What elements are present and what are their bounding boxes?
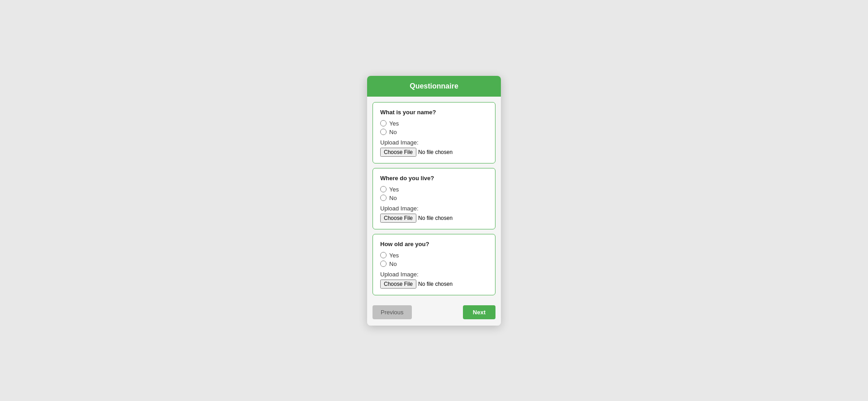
radio-group-1: Yes No [380,120,488,135]
radio-no-label-1: No [389,129,397,135]
file-input-2[interactable] [380,214,483,223]
radio-yes-2[interactable]: Yes [380,186,488,193]
question-title-2: Where do you live? [380,175,488,182]
radio-no-1[interactable]: No [380,129,488,135]
modal-footer: Previous Next [367,301,501,326]
radio-group-2: Yes No [380,186,488,201]
questionnaire-modal: Questionnaire What is your name? Yes No … [367,76,501,326]
file-input-wrapper-2 [380,214,488,223]
file-input-1[interactable] [380,148,483,157]
next-button[interactable]: Next [463,305,495,319]
radio-no-label-3: No [389,261,397,267]
radio-group-3: Yes No [380,252,488,267]
file-input-3[interactable] [380,280,483,289]
radio-input-yes-2[interactable] [380,186,387,192]
question-card-1: What is your name? Yes No Upload Image: [373,102,495,163]
file-input-wrapper-3 [380,280,488,289]
radio-input-yes-3[interactable] [380,252,387,258]
question-title-1: What is your name? [380,109,488,116]
radio-yes-label-2: Yes [389,186,399,193]
radio-yes-label-1: Yes [389,120,399,127]
question-title-3: How old are you? [380,241,488,247]
upload-label-3: Upload Image: [380,271,488,278]
radio-no-3[interactable]: No [380,261,488,267]
radio-input-yes-1[interactable] [380,120,387,126]
question-card-3: How old are you? Yes No Upload Image: [373,234,495,295]
upload-label-2: Upload Image: [380,205,488,212]
radio-yes-1[interactable]: Yes [380,120,488,127]
radio-input-no-3[interactable] [380,261,387,267]
radio-input-no-2[interactable] [380,195,387,201]
radio-yes-label-3: Yes [389,252,399,259]
file-input-wrapper-1 [380,148,488,157]
modal-header: Questionnaire [367,76,501,97]
modal-title: Questionnaire [376,82,492,90]
previous-button[interactable]: Previous [373,305,412,319]
radio-no-label-2: No [389,195,397,201]
upload-label-1: Upload Image: [380,139,488,146]
radio-input-no-1[interactable] [380,129,387,135]
radio-yes-3[interactable]: Yes [380,252,488,259]
radio-no-2[interactable]: No [380,195,488,201]
question-card-2: Where do you live? Yes No Upload Image: [373,168,495,229]
modal-body: What is your name? Yes No Upload Image: … [367,97,501,301]
